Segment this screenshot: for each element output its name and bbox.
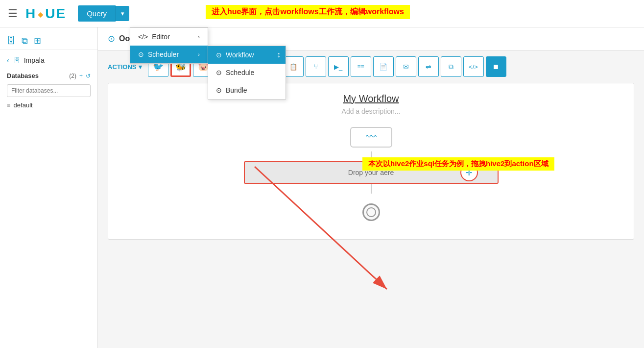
submenu-item-schedule[interactable]: ⊙ Schedule xyxy=(208,64,286,81)
scheduler-arrow-icon: › xyxy=(198,51,200,57)
filter-databases-input[interactable] xyxy=(7,84,91,97)
connector-top: 〰 xyxy=(118,125,624,151)
editor-icon: </> xyxy=(138,33,148,41)
cursor-icon: ↕ xyxy=(277,50,281,59)
editor-label: Editor xyxy=(152,33,170,41)
logo-diamond-icon: ⬥ xyxy=(37,6,45,21)
logo: H ⬥ UE xyxy=(25,6,66,22)
subworkflow-icon: ⇌ xyxy=(426,63,431,71)
fs-icon: 📄 xyxy=(379,63,387,71)
scheduler-submenu: ⊙ Workflow ↕ ⊙ Schedule ⊙ Bundle xyxy=(208,46,286,99)
actions-label-text: ACTIONS xyxy=(108,63,137,71)
mapreduce-icon: 📋 xyxy=(289,63,297,71)
menu-item-scheduler[interactable]: ⊙ Scheduler › ⊙ Workflow ↕ ⊙ Schedule ⊙ … xyxy=(130,46,208,63)
main-content: ⊙ Oozie Editor 本次以hive2作业sql任务为例，拖拽hive2… xyxy=(98,27,644,348)
db-item-default[interactable]: ≡ default xyxy=(0,99,97,111)
databases-header: Databases (2) + ↺ xyxy=(0,69,97,82)
action-btn-email[interactable]: ✉ xyxy=(396,56,416,77)
impala-label: Impala xyxy=(24,56,45,64)
end-icon: ■ xyxy=(493,62,499,72)
annotation-top-banner: 进入hue界面，点击workflows工作流，编辑workflows xyxy=(206,5,410,19)
db-item-icon: ≡ xyxy=(7,101,11,109)
database-icon[interactable]: 🗄 xyxy=(7,36,16,46)
databases-count: (2) + ↺ xyxy=(69,73,91,79)
workflow-icon: ⊙ xyxy=(216,51,222,59)
db-item-label: default xyxy=(14,101,33,109)
annotation-mid-banner: 本次以hive2作业sql任务为例，拖拽hive2到action区域 xyxy=(362,157,554,171)
logo-text-right: UE xyxy=(45,6,66,22)
menu-item-editor[interactable]: </> Editor › xyxy=(130,28,208,46)
query-dropdown-button[interactable]: ▾ xyxy=(116,6,129,21)
action-btn-shell[interactable]: ▶_ xyxy=(328,56,349,77)
hive-icon: ≡≡ xyxy=(357,63,364,70)
workflow-label: Workflow xyxy=(226,51,254,59)
generic-icon: </> xyxy=(469,63,478,71)
sidebar-icon-row: 🗄 ⧉ ⊞ xyxy=(0,32,97,50)
actions-dropdown-icon: ▾ xyxy=(139,63,142,71)
action-btn-hive[interactable]: ≡≡ xyxy=(351,56,371,77)
end-node-inner xyxy=(366,207,376,217)
action-btn-end[interactable]: ■ xyxy=(486,56,506,77)
oozie-editor: ⊙ Oozie Editor 本次以hive2作业sql任务为例，拖拽hive2… xyxy=(98,27,644,348)
end-node-area xyxy=(118,198,624,227)
connector-line-2 xyxy=(371,184,372,194)
workflow-title[interactable]: My Workflow xyxy=(118,93,624,104)
scheduler-label: Scheduler xyxy=(148,50,179,58)
add-database-icon[interactable]: + xyxy=(79,73,83,79)
bundle-icon: ⊙ xyxy=(216,86,222,94)
streaming-icon: ⧉ xyxy=(449,63,453,71)
shell-icon: ▶_ xyxy=(334,63,342,71)
grid-icon[interactable]: ⊞ xyxy=(34,35,41,46)
query-button[interactable]: Query xyxy=(78,5,116,22)
submenu-item-workflow[interactable]: ⊙ Workflow ↕ xyxy=(208,46,286,64)
schedule-icon: ⊙ xyxy=(216,69,222,76)
submenu-item-bundle[interactable]: ⊙ Bundle xyxy=(208,81,286,99)
scheduler-icon: ⊙ xyxy=(138,50,144,58)
hamburger-icon[interactable]: ☰ xyxy=(8,7,18,20)
schedule-label: Schedule xyxy=(226,69,254,76)
start-flow-icon: 〰 xyxy=(350,127,392,148)
sidebar: 🗄 ⧉ ⊞ ‹ 🗄 Impala Databases (2) + ↺ ≡ def… xyxy=(0,27,98,348)
sidebar-collapse-button[interactable]: ‹ 🗄 Impala xyxy=(0,53,97,67)
dropdown-menu: </> Editor › ⊙ Scheduler › ⊙ Workflow ↕ … xyxy=(130,27,208,64)
logo-text-left: H xyxy=(25,6,36,22)
start-flow-area: 〰 xyxy=(350,125,392,149)
collapse-icon: ‹ xyxy=(7,56,9,64)
oozie-icon: ⊙ xyxy=(108,33,115,44)
git-icon: ⑂ xyxy=(314,63,318,71)
workflow-description[interactable]: Add a description... xyxy=(118,107,624,115)
bundle-label: Bundle xyxy=(226,86,247,94)
connector-2 xyxy=(118,184,624,194)
action-btn-subworkflow[interactable]: ⇌ xyxy=(418,56,439,77)
refresh-database-icon[interactable]: ↺ xyxy=(86,73,91,79)
action-btn-fs[interactable]: 📄 xyxy=(373,56,394,77)
end-node xyxy=(362,203,380,221)
editor-arrow-icon: › xyxy=(198,34,200,40)
action-btn-generic[interactable]: </> xyxy=(463,56,484,77)
email-icon: ✉ xyxy=(403,63,409,71)
actions-dropdown-button[interactable]: ACTIONS ▾ xyxy=(108,63,142,71)
copy-icon[interactable]: ⧉ xyxy=(22,36,28,46)
databases-label: Databases xyxy=(7,72,39,79)
query-button-group: Query ▾ xyxy=(78,5,129,22)
action-btn-streaming[interactable]: ⧉ xyxy=(441,56,461,77)
impala-icon: 🗄 xyxy=(13,56,20,64)
action-btn-git[interactable]: ⑂ xyxy=(306,56,326,77)
